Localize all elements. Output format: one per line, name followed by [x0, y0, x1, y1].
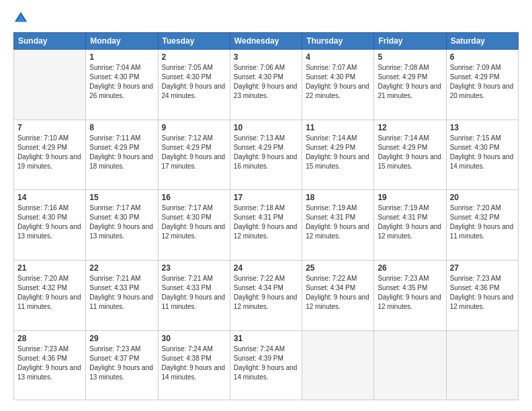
- day-info: Sunrise: 7:23 AMSunset: 4:35 PMDaylight:…: [378, 274, 442, 312]
- day-number: 29: [89, 334, 154, 343]
- calendar-week-2: 7Sunrise: 7:10 AMSunset: 4:29 PMDaylight…: [14, 120, 519, 190]
- page: SundayMondayTuesdayWednesdayThursdayFrid…: [0, 0, 532, 411]
- day-number: 5: [378, 52, 442, 62]
- calendar-cell: 1Sunrise: 7:04 AMSunset: 4:30 PMDaylight…: [86, 50, 158, 120]
- day-info: Sunrise: 7:24 AMSunset: 4:38 PMDaylight:…: [162, 345, 226, 382]
- calendar-cell: 6Sunrise: 7:09 AMSunset: 4:29 PMDaylight…: [446, 50, 518, 120]
- day-number: 13: [450, 123, 515, 132]
- calendar-cell: 28Sunrise: 7:23 AMSunset: 4:36 PMDayligh…: [14, 330, 86, 400]
- day-info: Sunrise: 7:14 AMSunset: 4:29 PMDaylight:…: [378, 134, 442, 171]
- day-info: Sunrise: 7:08 AMSunset: 4:29 PMDaylight:…: [378, 63, 442, 101]
- day-info: Sunrise: 7:14 AMSunset: 4:29 PMDaylight:…: [306, 134, 370, 171]
- day-number: 10: [234, 123, 298, 132]
- calendar-cell: [302, 330, 374, 400]
- day-info: Sunrise: 7:19 AMSunset: 4:31 PMDaylight:…: [306, 203, 370, 241]
- day-number: 12: [378, 123, 442, 132]
- day-info: Sunrise: 7:20 AMSunset: 4:32 PMDaylight:…: [450, 203, 515, 241]
- calendar-cell: 2Sunrise: 7:05 AMSunset: 4:30 PMDaylight…: [158, 50, 230, 120]
- calendar-cell: 9Sunrise: 7:12 AMSunset: 4:29 PMDaylight…: [158, 120, 230, 190]
- calendar-cell: 25Sunrise: 7:22 AMSunset: 4:34 PMDayligh…: [302, 260, 374, 330]
- weekday-header-saturday: Saturday: [446, 33, 518, 50]
- day-info: Sunrise: 7:11 AMSunset: 4:29 PMDaylight:…: [89, 134, 154, 171]
- day-number: 28: [17, 334, 82, 343]
- weekday-header-sunday: Sunday: [14, 33, 86, 50]
- day-info: Sunrise: 7:12 AMSunset: 4:29 PMDaylight:…: [162, 134, 226, 171]
- day-info: Sunrise: 7:05 AMSunset: 4:30 PMDaylight:…: [162, 63, 226, 101]
- calendar-table: SundayMondayTuesdayWednesdayThursdayFrid…: [13, 32, 519, 400]
- weekday-header-monday: Monday: [86, 33, 158, 50]
- day-info: Sunrise: 7:13 AMSunset: 4:29 PMDaylight:…: [234, 134, 298, 171]
- day-info: Sunrise: 7:18 AMSunset: 4:31 PMDaylight:…: [234, 203, 298, 241]
- day-number: 30: [162, 334, 226, 343]
- day-info: Sunrise: 7:15 AMSunset: 4:30 PMDaylight:…: [450, 134, 515, 171]
- calendar-cell: 17Sunrise: 7:18 AMSunset: 4:31 PMDayligh…: [230, 190, 302, 261]
- day-info: Sunrise: 7:21 AMSunset: 4:33 PMDaylight:…: [89, 274, 154, 312]
- day-number: 6: [450, 52, 515, 62]
- calendar-cell: 22Sunrise: 7:21 AMSunset: 4:33 PMDayligh…: [86, 260, 158, 330]
- day-info: Sunrise: 7:16 AMSunset: 4:30 PMDaylight:…: [17, 203, 82, 241]
- calendar-cell: 5Sunrise: 7:08 AMSunset: 4:29 PMDaylight…: [374, 50, 446, 120]
- calendar-cell: 3Sunrise: 7:06 AMSunset: 4:30 PMDaylight…: [230, 50, 302, 120]
- day-number: 26: [378, 263, 442, 273]
- header: [13, 11, 519, 26]
- day-number: 23: [162, 263, 226, 273]
- day-number: 17: [234, 193, 298, 202]
- calendar-cell: 26Sunrise: 7:23 AMSunset: 4:35 PMDayligh…: [374, 260, 446, 330]
- day-number: 16: [162, 193, 226, 202]
- calendar-cell: 19Sunrise: 7:19 AMSunset: 4:31 PMDayligh…: [374, 190, 446, 261]
- weekday-header-thursday: Thursday: [302, 33, 374, 50]
- calendar-cell: 31Sunrise: 7:24 AMSunset: 4:39 PMDayligh…: [230, 330, 302, 400]
- day-number: 22: [89, 263, 154, 273]
- calendar-cell: 20Sunrise: 7:20 AMSunset: 4:32 PMDayligh…: [446, 190, 518, 261]
- weekday-header-friday: Friday: [374, 33, 446, 50]
- day-info: Sunrise: 7:04 AMSunset: 4:30 PMDaylight:…: [89, 63, 154, 101]
- day-number: 20: [450, 193, 515, 202]
- day-info: Sunrise: 7:23 AMSunset: 4:36 PMDaylight:…: [17, 345, 82, 382]
- calendar-cell: 30Sunrise: 7:24 AMSunset: 4:38 PMDayligh…: [158, 330, 230, 400]
- calendar-week-5: 28Sunrise: 7:23 AMSunset: 4:36 PMDayligh…: [14, 330, 519, 400]
- day-number: 14: [17, 193, 82, 202]
- logo-icon: [13, 11, 28, 26]
- day-info: Sunrise: 7:17 AMSunset: 4:30 PMDaylight:…: [89, 203, 154, 241]
- calendar-cell: 24Sunrise: 7:22 AMSunset: 4:34 PMDayligh…: [230, 260, 302, 330]
- day-info: Sunrise: 7:20 AMSunset: 4:32 PMDaylight:…: [17, 274, 82, 312]
- calendar-cell: 23Sunrise: 7:21 AMSunset: 4:33 PMDayligh…: [158, 260, 230, 330]
- calendar-cell: [374, 330, 446, 400]
- calendar-week-3: 14Sunrise: 7:16 AMSunset: 4:30 PMDayligh…: [14, 190, 519, 261]
- calendar-cell: 16Sunrise: 7:17 AMSunset: 4:30 PMDayligh…: [158, 190, 230, 261]
- day-info: Sunrise: 7:23 AMSunset: 4:37 PMDaylight:…: [89, 345, 154, 382]
- day-info: Sunrise: 7:22 AMSunset: 4:34 PMDaylight:…: [234, 274, 298, 312]
- calendar-cell: 12Sunrise: 7:14 AMSunset: 4:29 PMDayligh…: [374, 120, 446, 190]
- day-number: 25: [306, 263, 370, 273]
- calendar-cell: 4Sunrise: 7:07 AMSunset: 4:30 PMDaylight…: [302, 50, 374, 120]
- day-number: 24: [234, 263, 298, 273]
- day-number: 1: [89, 52, 154, 62]
- day-number: 21: [17, 263, 82, 273]
- day-number: 8: [89, 123, 154, 132]
- calendar-cell: 21Sunrise: 7:20 AMSunset: 4:32 PMDayligh…: [14, 260, 86, 330]
- day-number: 7: [17, 123, 82, 132]
- day-info: Sunrise: 7:06 AMSunset: 4:30 PMDaylight:…: [234, 63, 298, 101]
- day-number: 31: [234, 334, 298, 343]
- logo: [13, 11, 31, 26]
- calendar-cell: 27Sunrise: 7:23 AMSunset: 4:36 PMDayligh…: [446, 260, 518, 330]
- day-number: 2: [162, 52, 226, 62]
- day-number: 15: [89, 193, 154, 202]
- weekday-header-row: SundayMondayTuesdayWednesdayThursdayFrid…: [14, 33, 519, 50]
- calendar-cell: 29Sunrise: 7:23 AMSunset: 4:37 PMDayligh…: [86, 330, 158, 400]
- calendar-cell: 18Sunrise: 7:19 AMSunset: 4:31 PMDayligh…: [302, 190, 374, 261]
- calendar-cell: 14Sunrise: 7:16 AMSunset: 4:30 PMDayligh…: [14, 190, 86, 261]
- calendar-cell: [446, 330, 518, 400]
- day-info: Sunrise: 7:17 AMSunset: 4:30 PMDaylight:…: [162, 203, 226, 241]
- calendar-cell: 15Sunrise: 7:17 AMSunset: 4:30 PMDayligh…: [86, 190, 158, 261]
- day-info: Sunrise: 7:19 AMSunset: 4:31 PMDaylight:…: [378, 203, 442, 241]
- calendar-cell: 11Sunrise: 7:14 AMSunset: 4:29 PMDayligh…: [302, 120, 374, 190]
- day-info: Sunrise: 7:22 AMSunset: 4:34 PMDaylight:…: [306, 274, 370, 312]
- weekday-header-tuesday: Tuesday: [158, 33, 230, 50]
- calendar-cell: 7Sunrise: 7:10 AMSunset: 4:29 PMDaylight…: [14, 120, 86, 190]
- day-info: Sunrise: 7:24 AMSunset: 4:39 PMDaylight:…: [234, 345, 298, 382]
- day-number: 11: [306, 123, 370, 132]
- calendar-cell: 10Sunrise: 7:13 AMSunset: 4:29 PMDayligh…: [230, 120, 302, 190]
- day-number: 18: [306, 193, 370, 202]
- day-number: 19: [378, 193, 442, 202]
